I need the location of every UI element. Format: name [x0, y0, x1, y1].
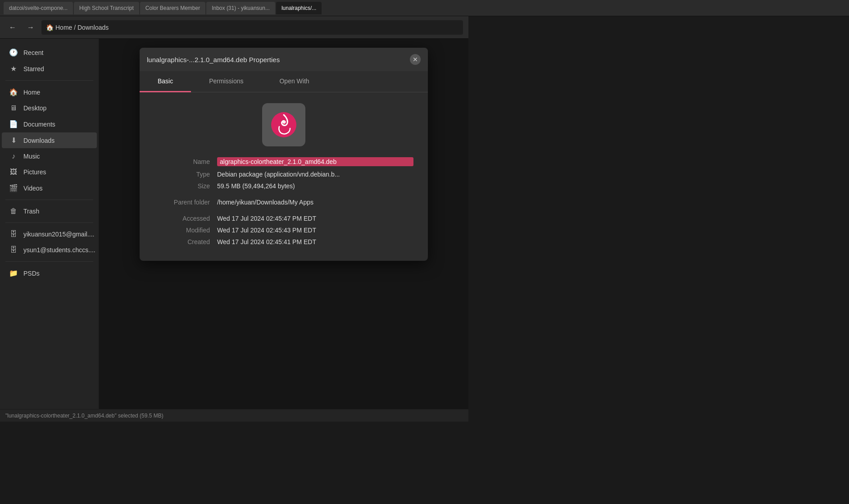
desktop-icon: 🖥: [9, 104, 18, 112]
sidebar-item-downloads[interactable]: ⬇ Downloads: [2, 132, 97, 148]
modified-value: Wed 17 Jul 2024 02:45:43 PM EDT: [217, 227, 413, 234]
starred-icon: ★: [9, 64, 18, 73]
prop-row-modified: Modified Wed 17 Jul 2024 02:45:43 PM EDT: [154, 227, 413, 234]
file-manager-content: lunalgraphics-...2.1.0_amd64.deb Propert…: [99, 39, 468, 409]
sidebar-item-music[interactable]: ♪ Music: [2, 149, 97, 164]
forward-button[interactable]: →: [23, 20, 38, 35]
sidebar-divider-4: [5, 261, 93, 262]
prop-row-type: Type Debian package (application/vnd.deb…: [154, 171, 413, 178]
browser-tab-bar: datcoi/svelte-compone... High School Tra…: [0, 0, 849, 16]
browser-tab-3[interactable]: Color Bearers Member: [140, 2, 205, 14]
sidebar-item-videos[interactable]: 🎬 Videos: [2, 180, 97, 196]
browser-tab-5-label: lunalraphics/...: [281, 5, 316, 11]
sidebar-item-recent[interactable]: 🕐 Recent: [2, 45, 97, 60]
file-manager-main: 🕐 Recent ★ Starred 🏠 Home 🖥 Desktop 📄 Do…: [0, 39, 468, 409]
tab-basic[interactable]: Basic: [140, 71, 191, 92]
file-icon-area: [154, 103, 413, 146]
browser-tab-1-label: datcoi/svelte-compone...: [9, 5, 68, 11]
sidebar-item-account1-label: yikuansun2015@gmail....: [23, 231, 94, 238]
file-manager-toolbar: ← → 🏠 Home / Downloads: [0, 16, 468, 39]
sidebar-item-music-label: Music: [23, 153, 40, 160]
browser-tab-3-label: Color Bearers Member: [145, 5, 200, 11]
sidebar-item-psds[interactable]: 📁 PSDs: [2, 265, 97, 281]
sidebar: 🕐 Recent ★ Starred 🏠 Home 🖥 Desktop 📄 Do…: [0, 39, 99, 409]
type-label: Type: [154, 171, 217, 178]
sidebar-item-recent-label: Recent: [23, 49, 43, 56]
prop-row-size: Size 59.5 MB (59,494,264 bytes): [154, 182, 413, 190]
sidebar-item-documents-label: Documents: [23, 121, 55, 128]
tab-open-with-label: Open With: [279, 77, 309, 85]
status-text: "lunalgraphics-colortheater_2.1.0_amd64.…: [5, 413, 163, 419]
prop-row-accessed: Accessed Wed 17 Jul 2024 02:45:47 PM EDT: [154, 215, 413, 222]
tab-permissions-label: Permissions: [209, 77, 243, 85]
properties-dialog: lunalgraphics-...2.1.0_amd64.deb Propert…: [140, 48, 428, 261]
size-value: 59.5 MB (59,494,264 bytes): [217, 182, 413, 190]
sidebar-item-starred-label: Starred: [23, 65, 44, 73]
back-button[interactable]: ←: [5, 20, 20, 35]
prop-spacer-1: [154, 194, 413, 199]
psds-icon: 📁: [9, 269, 18, 277]
home-nav-icon: 🏠: [9, 88, 18, 96]
parent-value: /home/yikuan/Downloads/My Apps: [217, 199, 413, 206]
background-panel: [468, 16, 849, 504]
sidebar-item-desktop[interactable]: 🖥 Desktop: [2, 100, 97, 116]
sidebar-item-pictures-label: Pictures: [23, 168, 46, 176]
dialog-tabs: Basic Permissions Open With: [140, 71, 428, 92]
sidebar-item-desktop-label: Desktop: [23, 104, 46, 112]
name-label: Name: [154, 158, 217, 165]
size-label: Size: [154, 182, 217, 190]
accessed-value: Wed 17 Jul 2024 02:45:47 PM EDT: [217, 215, 413, 222]
sidebar-item-starred[interactable]: ★ Starred: [2, 61, 97, 77]
created-label: Created: [154, 238, 217, 245]
tab-open-with[interactable]: Open With: [261, 71, 327, 92]
name-value[interactable]: algraphics-colortheater_2.1.0_amd64.deb: [217, 157, 413, 166]
debian-logo-icon: [269, 110, 298, 139]
sidebar-item-trash-label: Trash: [23, 208, 39, 215]
address-text: Home / Downloads: [55, 24, 109, 31]
parent-label: Parent folder: [154, 199, 217, 206]
created-value: Wed 17 Jul 2024 02:45:41 PM EDT: [217, 238, 413, 245]
account1-icon: 🗄: [9, 230, 18, 238]
file-manager-window: ← → 🏠 Home / Downloads 🕐 Recent ★ Starre…: [0, 16, 468, 422]
browser-tab-2[interactable]: High School Transcript: [74, 2, 139, 14]
prop-spacer-2: [154, 210, 413, 215]
type-value: Debian package (application/vnd.debian.b…: [217, 171, 413, 178]
home-icon: 🏠: [46, 24, 54, 31]
sidebar-item-home[interactable]: 🏠 Home: [2, 84, 97, 100]
dialog-content: Name algraphics-colortheater_2.1.0_amd64…: [140, 92, 428, 261]
sidebar-item-account2[interactable]: 🗄 ysun1@students.chccs....: [2, 242, 97, 258]
prop-row-created: Created Wed 17 Jul 2024 02:45:41 PM EDT: [154, 238, 413, 245]
properties-table: Name algraphics-colortheater_2.1.0_amd64…: [154, 157, 413, 245]
documents-icon: 📄: [9, 120, 18, 128]
browser-tab-2-label: High School Transcript: [79, 5, 134, 11]
browser-tab-5[interactable]: lunalraphics/...: [276, 2, 322, 14]
sidebar-item-home-label: Home: [23, 89, 40, 96]
account2-icon: 🗄: [9, 246, 18, 254]
videos-icon: 🎬: [9, 184, 18, 192]
sidebar-item-account1[interactable]: 🗄 yikuansun2015@gmail....: [2, 227, 97, 242]
prop-row-parent: Parent folder /home/yikuan/Downloads/My …: [154, 199, 413, 206]
sidebar-item-pictures[interactable]: 🖼 Pictures: [2, 164, 97, 180]
tab-permissions[interactable]: Permissions: [191, 71, 261, 92]
browser-tab-1[interactable]: datcoi/svelte-compone...: [4, 2, 73, 14]
recent-icon: 🕐: [9, 48, 18, 57]
music-icon: ♪: [9, 152, 18, 160]
status-bar: "lunalgraphics-colortheater_2.1.0_amd64.…: [0, 409, 468, 422]
dialog-close-button[interactable]: ✕: [410, 54, 421, 65]
sidebar-divider-1: [5, 80, 93, 81]
sidebar-item-videos-label: Videos: [23, 185, 43, 192]
sidebar-item-trash[interactable]: 🗑 Trash: [2, 204, 97, 219]
address-bar[interactable]: 🏠 Home / Downloads: [41, 20, 463, 35]
dialog-titlebar: lunalgraphics-...2.1.0_amd64.deb Propert…: [140, 48, 428, 71]
sidebar-divider-2: [5, 200, 93, 200]
sidebar-item-account2-label: ysun1@students.chccs....: [23, 246, 95, 254]
browser-tab-4-label: Inbox (31) - yikuansun...: [212, 5, 270, 11]
sidebar-item-downloads-label: Downloads: [23, 137, 54, 144]
modified-label: Modified: [154, 227, 217, 234]
sidebar-item-documents[interactable]: 📄 Documents: [2, 116, 97, 132]
browser-tab-4[interactable]: Inbox (31) - yikuansun...: [206, 2, 275, 14]
sidebar-divider-3: [5, 222, 93, 223]
sidebar-item-psds-label: PSDs: [23, 270, 40, 277]
pictures-icon: 🖼: [9, 168, 18, 176]
trash-icon: 🗑: [9, 207, 18, 215]
